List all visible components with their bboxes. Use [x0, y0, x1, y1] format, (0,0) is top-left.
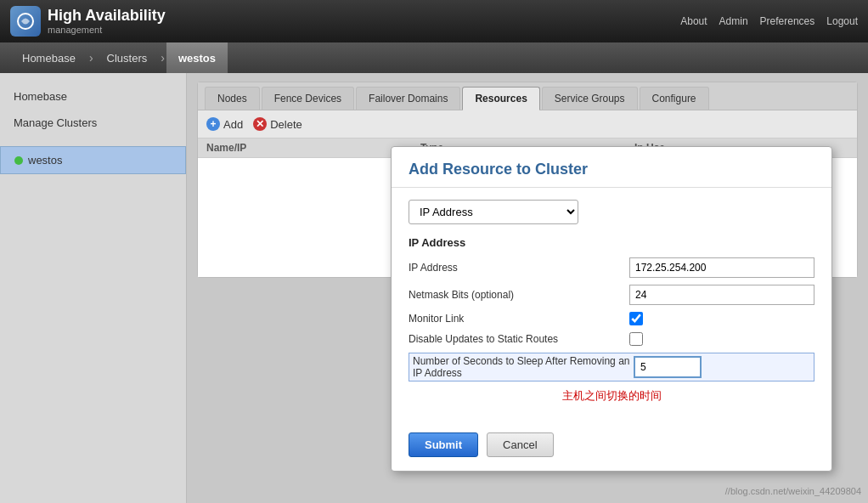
breadcrumb-arrow-2: › [161, 51, 165, 65]
label-disable-updates: Disable Updates to Static Routes [409, 333, 629, 345]
input-ip-address[interactable] [629, 257, 814, 278]
sidebar-cluster-westos[interactable]: westos [0, 146, 186, 174]
label-ip-address: IP Address [409, 262, 629, 274]
dialog-footer: Submit Cancel [392, 424, 831, 471]
submit-button[interactable]: Submit [409, 432, 478, 457]
annotation-text: 主机之间切换的时间 [409, 388, 814, 404]
input-sleep-seconds[interactable] [634, 356, 702, 378]
logo-text: High Availability management [48, 7, 166, 37]
tab-configure[interactable]: Configure [640, 87, 709, 110]
content-panel: Nodes Fence Devices Failover Domains Res… [187, 73, 868, 503]
watermark: //blog.csdn.net/weixin_44209804 [725, 486, 861, 496]
field-disable-updates: Disable Updates to Static Routes [409, 332, 814, 346]
logo-icon [10, 6, 41, 37]
tab-failover-domains[interactable]: Failover Domains [356, 87, 460, 110]
cluster-name: westos [28, 154, 62, 167]
nav-preferences[interactable]: Preferences [760, 15, 815, 27]
delete-button[interactable]: ✕ Delete [253, 117, 302, 131]
input-netmask[interactable] [629, 285, 814, 305]
tab-bar: Nodes Fence Devices Failover Domains Res… [198, 82, 857, 110]
app-title: High Availability [48, 7, 166, 25]
cancel-button[interactable]: Cancel [487, 432, 553, 457]
field-monitor-link: Monitor Link [409, 312, 814, 325]
top-header: High Availability management About Admin… [0, 0, 868, 42]
delete-label: Delete [270, 118, 302, 131]
delete-icon: ✕ [253, 117, 267, 131]
logo-area: High Availability management [10, 6, 166, 37]
sidebar-item-manage-clusters[interactable]: Manage Clusters [0, 110, 186, 136]
label-netmask: Netmask Bits (optional) [409, 289, 629, 301]
col-nameip: Name/IP [206, 142, 420, 154]
field-netmask: Netmask Bits (optional) [409, 285, 814, 305]
toolbar: + Add ✕ Delete [198, 110, 857, 138]
add-resource-dialog: Add Resource to Cluster IP Address Files… [391, 146, 832, 472]
label-sleep-seconds: Number of Seconds to Sleep After Removin… [413, 355, 634, 379]
app-subtitle: management [48, 25, 166, 36]
field-ip-address: IP Address [409, 257, 814, 278]
tab-service-groups[interactable]: Service Groups [542, 87, 638, 110]
label-monitor-link: Monitor Link [409, 313, 629, 325]
section-title: IP Address [409, 236, 814, 249]
top-nav: About Admin Preferences Logout [680, 15, 858, 27]
sidebar: Homebase Manage Clusters westos [0, 73, 187, 503]
dialog-body: IP Address Filesystem NFS Mount Script C… [392, 188, 831, 424]
nav-about[interactable]: About [680, 15, 707, 27]
breadcrumb-homebase[interactable]: Homebase [10, 42, 87, 73]
tab-resources[interactable]: Resources [462, 87, 539, 110]
breadcrumb-arrow-1: › [89, 51, 93, 65]
checkbox-disable-updates[interactable] [629, 332, 643, 346]
tab-nodes[interactable]: Nodes [205, 87, 260, 110]
resource-type-select[interactable]: IP Address Filesystem NFS Mount Script C… [409, 200, 578, 224]
field-sleep-seconds: Number of Seconds to Sleep After Removin… [409, 353, 814, 381]
checkbox-monitor-link[interactable] [629, 312, 643, 325]
breadcrumb-westos[interactable]: westos [166, 42, 228, 73]
tab-fence-devices[interactable]: Fence Devices [262, 87, 354, 110]
breadcrumb: Homebase › Clusters › westos [0, 42, 868, 73]
dialog-title: Add Resource to Cluster [392, 147, 831, 188]
add-icon: + [206, 117, 220, 131]
breadcrumb-clusters[interactable]: Clusters [95, 42, 160, 73]
cluster-status-dot [14, 156, 23, 165]
nav-logout[interactable]: Logout [826, 15, 858, 27]
add-label: Add [223, 118, 243, 131]
add-button[interactable]: + Add [206, 117, 243, 131]
main-content: Homebase Manage Clusters westos Nodes Fe… [0, 73, 868, 503]
nav-admin[interactable]: Admin [719, 15, 748, 27]
sidebar-item-homebase[interactable]: Homebase [0, 83, 186, 110]
